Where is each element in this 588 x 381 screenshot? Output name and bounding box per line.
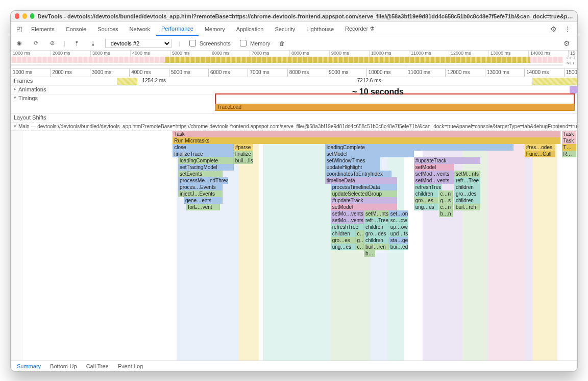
flask-icon: ⚗ (370, 26, 375, 32)
close-icon[interactable] (15, 13, 19, 19)
tab-call-tree[interactable]: Call Tree (86, 363, 109, 369)
load-profile-button[interactable]: ⭱ (72, 39, 82, 48)
tab-application[interactable]: Application (231, 23, 269, 35)
flame-chart[interactable]: Task Task Run Microtasks Task close #par… (11, 131, 577, 361)
tab-performance[interactable]: Performance (156, 22, 199, 36)
chevron-down-icon[interactable]: ▾ (14, 124, 16, 129)
clear-button[interactable]: ⊘ (47, 39, 57, 48)
tab-bottom-up[interactable]: Bottom-Up (50, 363, 77, 369)
gc-button[interactable]: 🗑 (278, 39, 287, 48)
tracks-area: Frames 1254.2 ms 7212.6 ms ▸Animations ▾… (11, 77, 577, 123)
settings-icon[interactable]: ⚙ (547, 25, 560, 33)
chevron-right-icon[interactable]: ▸ (14, 86, 16, 91)
net-label: NET (567, 61, 575, 66)
performance-toolbar: ◉ ⟳ ⊘ | ⭱ ⭳ devtools #2 | Screenshots Me… (11, 36, 577, 51)
frame-duration-1: 1254.2 ms (142, 78, 166, 83)
record-button[interactable]: ◉ (15, 39, 24, 48)
tab-lighthouse[interactable]: Lighthouse (301, 23, 339, 35)
titlebar: DevTools - devtools://devtools/bundled/d… (11, 11, 577, 22)
timing-traceload[interactable]: TraceLoad (215, 104, 575, 111)
layout-shifts-track[interactable]: Layout Shifts (11, 114, 577, 123)
net-overview (11, 64, 563, 66)
run-microtasks[interactable]: Run Microtasks (173, 137, 560, 144)
zoom-icon[interactable] (30, 13, 35, 19)
timings-track[interactable]: ▾Timings ~ 10 seconds TraceLoad (11, 94, 577, 114)
panel-tabs: ◰ Elements Console Sources Network Perfo… (11, 22, 577, 36)
tab-recorder[interactable]: Recorder ⚗ (340, 22, 380, 35)
cpu-label: CPU (567, 56, 575, 61)
more-icon[interactable]: ⋮ (561, 25, 574, 33)
tab-network[interactable]: Network (125, 23, 155, 35)
frames-track[interactable]: Frames 1254.2 ms 7212.6 ms (11, 77, 577, 86)
tab-console[interactable]: Console (61, 23, 91, 35)
tab-memory[interactable]: Memory (200, 23, 230, 35)
timeline-ruler[interactable]: 1000 ms2000 ms3000 ms4000 ms5000 ms6000 … (11, 69, 577, 77)
frame-duration-2: 7212.6 ms (357, 78, 381, 83)
inspect-icon[interactable]: ◰ (14, 25, 25, 33)
reload-button[interactable]: ⟳ (31, 39, 40, 48)
main-thread-header[interactable]: ▾ Main — devtools://devtools/bundled/dev… (11, 123, 577, 131)
cpu-overview (11, 57, 563, 63)
chevron-down-icon[interactable]: ▾ (14, 95, 16, 100)
tab-summary[interactable]: Summary (17, 363, 41, 369)
window-title: DevTools - devtools://devtools/bundled/d… (37, 13, 573, 19)
task-bar[interactable]: Task (562, 131, 576, 137)
overlay-annotation: ~ 10 seconds (352, 87, 404, 97)
tab-event-log[interactable]: Event Log (118, 363, 143, 369)
tab-security[interactable]: Security (270, 23, 300, 35)
minimize-icon[interactable] (22, 13, 27, 19)
tab-sources[interactable]: Sources (92, 23, 123, 35)
profile-select[interactable]: devtools #2 (105, 39, 172, 48)
save-profile-button[interactable]: ⭳ (89, 39, 98, 48)
overview-minimap[interactable]: 1000 ms2000 ms3000 ms4000 ms5000 ms6000 … (11, 51, 577, 69)
details-tabs: Summary Bottom-Up Call Tree Event Log (11, 361, 577, 371)
memory-toggle[interactable]: Memory (238, 38, 271, 48)
screenshots-toggle[interactable]: Screenshots (187, 38, 231, 48)
task-bar[interactable]: Task (173, 131, 560, 137)
capture-settings-icon[interactable]: ⚙ (560, 39, 573, 47)
devtools-window: DevTools - devtools://devtools/bundled/d… (10, 10, 578, 372)
tab-elements[interactable]: Elements (26, 23, 60, 35)
